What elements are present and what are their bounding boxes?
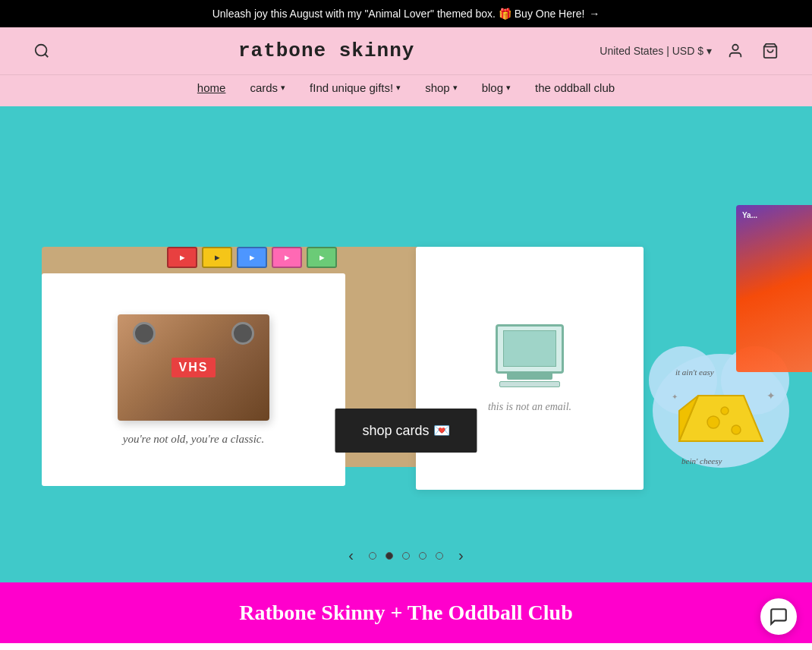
nav-item-cards[interactable]: cards ▾ [250, 81, 285, 94]
currency-label: United States | USD $ [600, 45, 703, 57]
slide-dot-2[interactable] [402, 552, 410, 560]
chevron-down-icon: ▾ [506, 83, 511, 93]
svg-line-1 [45, 54, 48, 57]
hero-section: ▶ ▶ ▶ ▶ ▶ VHS you're not old, you're a c… [0, 106, 812, 529]
main-nav: home cards ▾ fInd unique gifts! ▾ shop ▾… [0, 74, 812, 106]
shop-cards-button[interactable]: shop cards 💌 [335, 409, 477, 453]
nav-item-oddball-club[interactable]: the oddball club [535, 81, 615, 94]
vhs-reel-right [231, 322, 254, 345]
computer-base [507, 374, 552, 380]
computer-screen [503, 330, 556, 367]
header: ratbone skinny United States | USD $ ▾ [0, 27, 812, 74]
cassette-red: ▶ [167, 247, 197, 268]
svg-point-0 [36, 45, 47, 56]
svg-point-11 [721, 407, 729, 415]
cassette-blue: ▶ [237, 247, 267, 268]
nav-item-gifts[interactable]: fInd unique gifts! ▾ [310, 81, 401, 94]
nav-item-blog[interactable]: blog ▾ [482, 81, 511, 94]
computer-image [492, 324, 568, 389]
slide-prev-button[interactable]: ‹ [342, 544, 360, 567]
chevron-down-icon: ▾ [453, 83, 458, 93]
announcement-bar: Unleash joy this August with my "Animal … [0, 0, 812, 27]
vhs-image: VHS [118, 314, 269, 421]
currency-selector[interactable]: United States | USD $ ▾ [600, 45, 712, 57]
card-vhs: VHS you're not old, you're a classic. [42, 273, 345, 486]
card-vhs-text: you're not old, you're a classic. [123, 433, 265, 446]
chat-icon [769, 607, 788, 626]
search-button[interactable] [30, 39, 53, 62]
cassette-pink: ▶ [272, 247, 302, 268]
nav-item-shop[interactable]: shop ▾ [425, 81, 458, 94]
nav-item-home[interactable]: home [197, 81, 226, 94]
svg-text:✦: ✦ [766, 390, 776, 402]
svg-point-2 [732, 45, 738, 50]
header-right: United States | USD $ ▾ [600, 39, 782, 62]
svg-text:✦: ✦ [672, 393, 678, 401]
account-button[interactable] [724, 39, 747, 62]
cart-icon [762, 43, 779, 59]
chevron-down-icon: ▾ [396, 83, 401, 93]
footer-title: Ratbone Skinny + The Oddball Club [30, 601, 782, 625]
computer-monitor [496, 324, 564, 374]
computer-keyboard [499, 381, 560, 387]
right-card-text: Ya... [736, 205, 812, 226]
search-icon [33, 43, 50, 59]
svg-point-10 [732, 425, 741, 434]
slide-dot-3[interactable] [419, 552, 426, 560]
svg-text:bein' cheesy: bein' cheesy [681, 456, 722, 465]
cassette-yellow: ▶ [202, 247, 232, 268]
chat-button[interactable] [760, 598, 797, 635]
svg-text:it ain't easy: it ain't easy [675, 368, 714, 377]
chevron-down-icon: ▾ [281, 83, 285, 93]
announcement-arrow: → [589, 8, 600, 20]
slide-next-button[interactable]: › [452, 544, 470, 567]
slide-dot-1[interactable] [386, 552, 393, 560]
announcement-text: Unleash joy this August with my "Animal … [212, 8, 585, 20]
right-card-peek: Ya... [736, 205, 812, 372]
svg-point-9 [707, 416, 719, 428]
slide-dot-4[interactable] [436, 552, 443, 560]
slide-controls: ‹ › [0, 529, 812, 582]
slide-dot-0[interactable] [369, 552, 376, 560]
cassette-green: ▶ [307, 247, 337, 268]
logo[interactable]: ratbone skinny [238, 39, 414, 62]
card-computer: this is not an email. [416, 247, 644, 490]
cassette-decoration: ▶ ▶ ▶ ▶ ▶ [167, 247, 337, 268]
vhs-label: VHS [172, 358, 216, 377]
header-left [30, 39, 53, 62]
vhs-reel-left [133, 322, 156, 345]
person-icon [727, 43, 744, 59]
chevron-down-icon: ▾ [707, 45, 712, 57]
cart-button[interactable] [759, 39, 782, 62]
card-computer-text: this is not an email. [488, 401, 571, 413]
footer-section: Ratbone Skinny + The Oddball Club [0, 582, 812, 643]
